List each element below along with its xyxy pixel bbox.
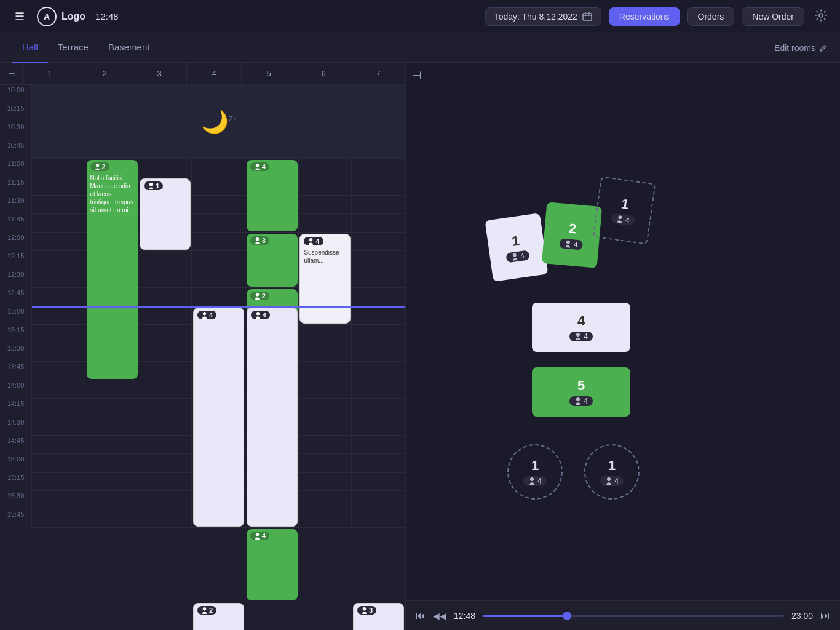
table-1[interactable]: 14 (592, 176, 656, 245)
grid-cell[interactable] (85, 472, 139, 491)
grid-cell[interactable] (352, 306, 405, 325)
grid-cell[interactable] (299, 343, 352, 362)
table-5[interactable]: 54 (532, 367, 630, 417)
table-1[interactable]: 14 (507, 444, 563, 500)
grid-cell[interactable] (138, 399, 192, 417)
grid-cell[interactable] (32, 269, 85, 288)
grid-cell[interactable] (138, 251, 192, 269)
reservation-block[interactable]: 3 (247, 234, 298, 287)
grid-cell[interactable] (138, 509, 192, 528)
grid-cell[interactable] (32, 177, 85, 196)
edit-rooms-button[interactable]: Edit rooms (774, 43, 828, 53)
grid-cell[interactable] (32, 436, 85, 454)
grid-cell[interactable] (138, 306, 192, 325)
table-4[interactable]: 44 (532, 303, 630, 352)
grid-cell[interactable] (138, 325, 192, 343)
grid-cell[interactable] (192, 196, 245, 214)
grid-cell[interactable] (299, 436, 352, 454)
grid-cell[interactable] (138, 454, 192, 472)
grid-cell[interactable] (299, 509, 352, 528)
grid-cell[interactable] (352, 436, 405, 454)
grid-cell[interactable] (85, 380, 139, 399)
grid-cell[interactable] (299, 196, 352, 214)
reservations-button[interactable]: Reservations (609, 7, 680, 26)
timeline-body[interactable]: 10:0010:1510:3010:4511:0011:1511:3011:45… (0, 85, 405, 630)
grid-cell[interactable] (138, 436, 192, 454)
grid-cell[interactable] (85, 417, 139, 436)
grid-cell[interactable] (352, 251, 405, 269)
play-button[interactable]: ◀◀ (433, 611, 446, 621)
grid-cell[interactable] (352, 417, 405, 436)
grid-cell[interactable] (138, 269, 192, 288)
grid-cell[interactable] (32, 417, 85, 436)
grid-cell[interactable] (138, 417, 192, 436)
grid-cell[interactable] (32, 306, 85, 325)
grid-cell[interactable] (138, 343, 192, 362)
grid-cell[interactable] (138, 288, 192, 306)
reservation-block[interactable]: 2 (193, 603, 244, 630)
grid-cell[interactable] (32, 214, 85, 233)
grid-cell[interactable] (32, 196, 85, 214)
reservation-block[interactable]: 4 (247, 160, 298, 231)
grid-cell[interactable] (32, 491, 85, 509)
skip-forward-button[interactable]: ⏭ (820, 610, 830, 621)
grid-cell[interactable] (32, 159, 85, 177)
grid-cell[interactable] (192, 159, 245, 177)
grid-cell[interactable] (352, 196, 405, 214)
orders-button[interactable]: Orders (687, 7, 735, 26)
grid-cell[interactable] (352, 399, 405, 417)
reservation-block[interactable]: 4 (247, 308, 298, 527)
grid-cell[interactable] (32, 399, 85, 417)
grid-cell[interactable] (299, 472, 352, 491)
playback-slider[interactable] (483, 615, 784, 617)
grid-cell[interactable] (192, 177, 245, 196)
grid-cell[interactable] (299, 362, 352, 380)
grid-cell[interactable] (299, 417, 352, 436)
grid-cell[interactable] (299, 399, 352, 417)
grid-cell[interactable] (299, 159, 352, 177)
grid-cell[interactable] (85, 399, 139, 417)
floor-panel-toggle[interactable]: ⊣ (412, 69, 422, 82)
grid-cell[interactable] (352, 214, 405, 233)
grid-cell[interactable] (85, 491, 139, 509)
grid-cell[interactable] (352, 288, 405, 306)
grid-cell[interactable] (32, 454, 85, 472)
grid-cell[interactable] (32, 343, 85, 362)
reservation-block[interactable]: 4 (193, 308, 244, 527)
grid-cell[interactable] (32, 233, 85, 251)
grid-cell[interactable] (352, 380, 405, 399)
grid-cell[interactable] (192, 269, 245, 288)
table-1[interactable]: 14 (584, 444, 640, 500)
reservation-block[interactable]: 1 (140, 178, 191, 250)
new-order-button[interactable]: New Order (742, 7, 804, 26)
grid-cell[interactable] (352, 177, 405, 196)
grid-cell[interactable] (85, 436, 139, 454)
grid-cell[interactable] (32, 380, 85, 399)
grid-cell[interactable] (85, 509, 139, 528)
grid-cell[interactable] (138, 491, 192, 509)
grid-cell[interactable] (192, 233, 245, 251)
menu-button[interactable]: ☰ (10, 10, 30, 23)
tab-terrace[interactable]: Terrace (48, 33, 98, 63)
grid-cell[interactable] (32, 251, 85, 269)
grid-cell[interactable] (192, 251, 245, 269)
grid-cell[interactable] (299, 177, 352, 196)
grid-cell[interactable] (138, 159, 192, 177)
reservation-block[interactable]: 2Nulla facilisi. Mauris ac odio et lacus… (87, 160, 138, 379)
grid-cell[interactable] (352, 454, 405, 472)
settings-button[interactable] (812, 6, 830, 26)
grid-cell[interactable] (352, 362, 405, 380)
grid-cell[interactable] (32, 325, 85, 343)
grid-cell[interactable] (352, 343, 405, 362)
grid-cell[interactable] (299, 491, 352, 509)
grid-cell[interactable] (32, 472, 85, 491)
grid-cell[interactable] (85, 454, 139, 472)
reservation-block[interactable]: 4 (247, 529, 298, 600)
grid-cell[interactable] (352, 233, 405, 251)
grid-cell[interactable] (138, 472, 192, 491)
grid-cell[interactable] (352, 269, 405, 288)
grid-cell[interactable] (299, 214, 352, 233)
grid-cell[interactable] (192, 214, 245, 233)
reservation-block[interactable]: 4Suspendisse ullam... (299, 234, 351, 324)
grid-cell[interactable] (299, 380, 352, 399)
